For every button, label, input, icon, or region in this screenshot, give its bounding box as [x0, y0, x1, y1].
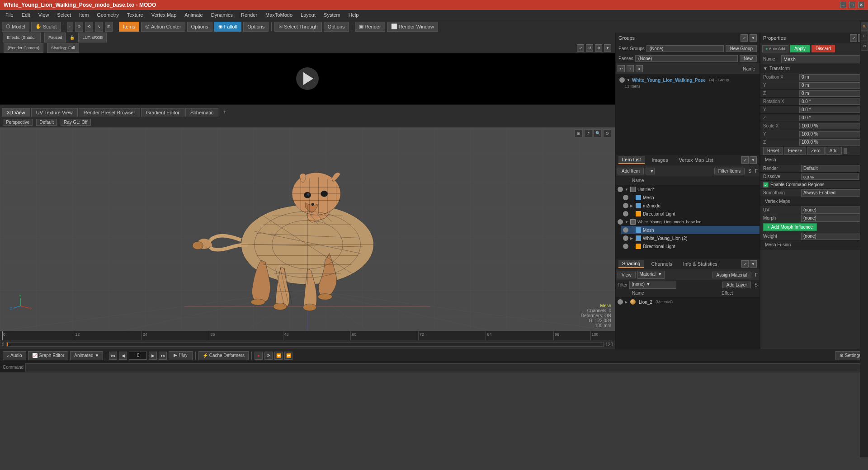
groups-expand-icon[interactable]: ⤢	[741, 34, 748, 42]
tool-btn-3[interactable]: ⟲	[85, 22, 93, 32]
tab-info-statistics[interactable]: Info & Statistics	[679, 260, 721, 268]
tool-btn-5[interactable]: ⊞	[105, 22, 113, 32]
menu-layout[interactable]: Layout	[297, 11, 319, 19]
shading-item-lion2[interactable]: ▶ Lion_2 (Material)	[616, 297, 760, 306]
options3-button[interactable]: Options	[324, 22, 349, 32]
list-item-lxo[interactable]: ▼ White_Young_Lion_modo_base.lxo	[616, 218, 760, 226]
transport-btn1[interactable]: ⏪	[274, 352, 283, 360]
add-viewport-tab-button[interactable]: +	[219, 107, 230, 117]
audio-button[interactable]: ♪ Audio	[3, 351, 26, 360]
new-group-button[interactable]: New Group	[726, 45, 757, 52]
action-center-button[interactable]: ◎ Action Center	[141, 22, 185, 32]
shading-expand-icon[interactable]: ⤢	[741, 260, 749, 268]
tab-render-preset-browser[interactable]: Render Preset Browser	[79, 108, 140, 117]
timeline-track[interactable]	[6, 342, 604, 347]
groups-tb-icon3[interactable]: ●	[636, 65, 643, 72]
play-button[interactable]	[296, 67, 319, 90]
ray-gl-button[interactable]: Ray GL: Off	[61, 119, 91, 126]
scale-z-value[interactable]: 100.0 %	[799, 139, 862, 146]
eye-icon-mesh1[interactable]	[623, 195, 628, 200]
lut-button[interactable]: LUT: sRGB	[78, 33, 107, 42]
dissolve-slider[interactable]: 0.0 %	[801, 174, 859, 180]
render-button[interactable]: ▣ Render	[355, 22, 385, 32]
tab-vertex-map-list[interactable]: Vertex Map List	[675, 156, 717, 164]
tool-btn-4[interactable]: ⤡	[95, 22, 103, 32]
options-button[interactable]: Options	[187, 22, 212, 32]
next-frame-button[interactable]: ▶	[149, 352, 157, 360]
tab-images[interactable]: Images	[648, 156, 672, 164]
falloff-button[interactable]: ◉ Falloff	[214, 22, 242, 32]
menu-animate[interactable]: Animate	[181, 11, 206, 19]
tab-shading[interactable]: Shading	[618, 260, 644, 268]
options2-button[interactable]: Options	[243, 22, 269, 32]
items-button[interactable]: Items	[119, 22, 139, 32]
smoothing-select[interactable]: Always Enabled ▼	[801, 189, 865, 197]
shading-arrow-icon[interactable]: ▼	[750, 260, 757, 268]
menu-select[interactable]: Select	[53, 11, 75, 19]
reset-button[interactable]: Reset	[763, 147, 783, 155]
list-item-m2modo[interactable]: ▶ m2modo	[621, 202, 760, 210]
add-morph-influence-button[interactable]: + Add Morph Influence	[763, 223, 817, 231]
tab-3d-view[interactable]: 3D View	[2, 108, 30, 117]
menu-maxtomodo[interactable]: MaxToModo	[262, 11, 296, 19]
enable-command-regions-checkbox[interactable]	[763, 182, 769, 188]
play-button-bottom[interactable]: ▶ Play	[169, 351, 192, 360]
filter-items-button[interactable]: Filter Items	[714, 168, 745, 174]
loop-button[interactable]: ⟳	[264, 352, 273, 360]
uv-select[interactable]: (none) ▼	[801, 207, 865, 214]
menu-texture[interactable]: Texture	[123, 11, 147, 19]
new-passes-button[interactable]: New	[740, 55, 757, 62]
skip-start-button[interactable]: ⏮	[109, 352, 117, 360]
groups-tb-icon2[interactable]: +	[627, 65, 634, 72]
menu-item[interactable]: Item	[75, 11, 92, 19]
shading-button[interactable]: Shading: Full	[47, 43, 79, 53]
vertex-maps-section[interactable]: Vertex Maps	[760, 197, 868, 206]
eye-icon-lxo[interactable]	[618, 219, 623, 225]
add-item-button[interactable]: Add Item	[618, 168, 644, 174]
add-layer-button[interactable]: Add Layer	[722, 282, 751, 288]
tab-schematic[interactable]: Schematic	[185, 108, 218, 117]
render-window-button[interactable]: ⬜ Render Window	[387, 22, 438, 32]
mesh-fusion-section[interactable]: Mesh Fusion	[760, 240, 868, 249]
eye-icon-lion[interactable]	[623, 235, 628, 241]
model-button[interactable]: ⬡ Model	[2, 22, 29, 32]
sculpt-button[interactable]: ✋ Sculpt	[31, 22, 61, 32]
menu-vertex-map[interactable]: Vertex Map	[148, 11, 180, 19]
scale-y-value[interactable]: 100.0 %	[799, 131, 862, 137]
list-item-light2[interactable]: Directional Light	[621, 242, 760, 250]
menu-system[interactable]: System	[320, 11, 344, 19]
item-list-expand-icon[interactable]: ⤢	[741, 156, 749, 164]
list-item-mesh-1[interactable]: Mesh	[621, 193, 760, 202]
minimize-button[interactable]: ─	[840, 2, 846, 8]
filter-select[interactable]: (none) ▼	[629, 281, 676, 289]
discard-button[interactable]: Discard	[811, 45, 835, 52]
preview-gear-icon[interactable]: ▼	[604, 44, 611, 52]
assign-material-button[interactable]: Assign Material	[712, 272, 751, 278]
apply-button[interactable]: Apply	[790, 45, 810, 52]
tab-item-list[interactable]: Item List	[618, 156, 645, 164]
props-expand-icon[interactable]: ⤢	[850, 34, 857, 42]
preview-refresh-icon[interactable]: ↺	[586, 44, 593, 52]
freeze-button[interactable]: Freeze	[784, 147, 806, 155]
rotation-x-value[interactable]: 0.0 °	[799, 99, 862, 105]
frame-input[interactable]	[129, 352, 147, 360]
preview-settings-icon[interactable]: ⚙	[595, 44, 602, 52]
groups-arrow-icon[interactable]: ▼	[750, 34, 757, 42]
menu-geometry[interactable]: Geometry	[93, 11, 122, 19]
maximize-button[interactable]: □	[849, 2, 855, 8]
preview-expand-icon[interactable]: ⤢	[577, 44, 584, 52]
menu-edit[interactable]: Edit	[18, 11, 34, 19]
rotation-y-value[interactable]: 0.0 °	[799, 107, 862, 113]
tool-btn-2[interactable]: ⊕	[75, 22, 83, 32]
3d-viewport[interactable]: Perspective Default Ray GL: Off ⊞ ↺ 🔍 ⚙	[0, 117, 615, 331]
eye-icon-mesh2[interactable]	[623, 227, 628, 233]
list-item-mesh-selected[interactable]: Mesh	[621, 226, 760, 234]
position-x-value[interactable]: 0 m	[799, 74, 862, 80]
perspective-button[interactable]: Perspective	[3, 119, 33, 126]
tab-gradient-editor[interactable]: Gradient Editor	[141, 108, 184, 117]
zero-button[interactable]: Zero	[807, 147, 825, 155]
skip-end-button[interactable]: ⏭	[159, 352, 167, 360]
transport-btn2[interactable]: ⏩	[284, 352, 292, 360]
tool-btn-1[interactable]: ↑	[67, 22, 74, 32]
vtab-scene[interactable]: S	[861, 42, 868, 51]
